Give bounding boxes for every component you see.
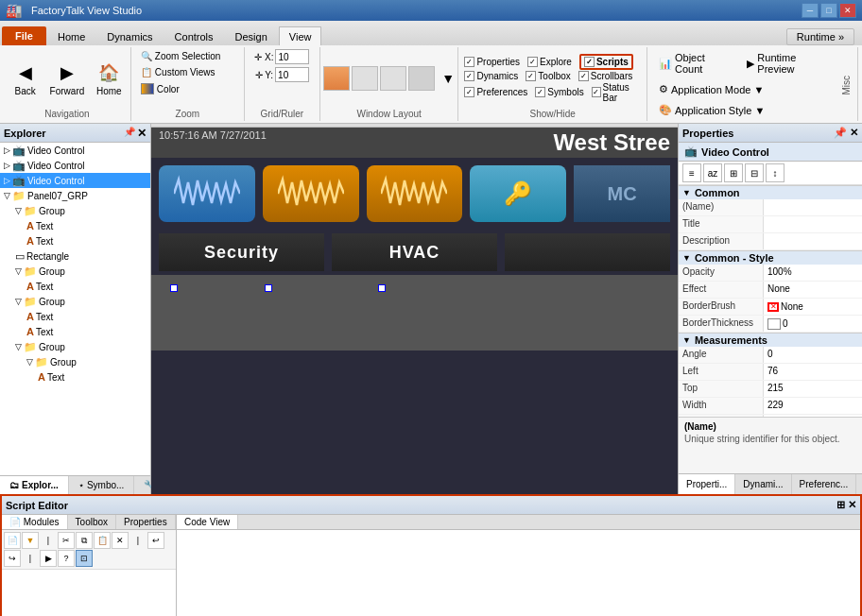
handle-2[interactable] bbox=[265, 284, 272, 292]
code-editor[interactable] bbox=[181, 534, 856, 616]
toolbox-checkbox[interactable]: Toolbox bbox=[526, 71, 570, 81]
tree-item[interactable]: A Text bbox=[0, 279, 150, 294]
borderbrush-prop-value[interactable]: ✕ None bbox=[764, 299, 862, 315]
tab-view[interactable]: View bbox=[279, 26, 322, 45]
script-new-btn[interactable]: 📄 bbox=[4, 532, 21, 549]
script-open-btn[interactable]: ▼ bbox=[22, 532, 39, 549]
script-run-btn[interactable]: ▶ bbox=[40, 550, 57, 567]
preferences-checkbox[interactable]: Preferences bbox=[464, 82, 527, 103]
symbols-checkbox[interactable]: Symbols bbox=[535, 82, 583, 103]
properties-script-tab[interactable]: Properties bbox=[116, 515, 176, 529]
modules-tab[interactable]: 📄 Modules bbox=[2, 515, 68, 529]
properties-cb[interactable] bbox=[464, 57, 474, 67]
effect-prop-value[interactable]: None bbox=[764, 282, 862, 298]
script-undo-btn[interactable]: ↩ bbox=[147, 532, 164, 549]
y-input[interactable] bbox=[275, 67, 309, 82]
color-button[interactable]: Color bbox=[137, 81, 183, 96]
code-area[interactable] bbox=[177, 530, 860, 616]
layout-btn1[interactable] bbox=[323, 66, 350, 91]
tab-file[interactable]: File bbox=[2, 26, 46, 45]
props-sort-category-btn[interactable]: ≡ bbox=[682, 163, 701, 182]
close-explorer-icon[interactable]: ✕ bbox=[137, 127, 147, 140]
layout-btn4[interactable] bbox=[408, 66, 435, 91]
scrollbars-checkbox[interactable]: Scrollbars bbox=[578, 71, 632, 81]
width-prop-value[interactable]: 229 bbox=[764, 398, 862, 414]
tree-item[interactable]: A Text bbox=[0, 324, 150, 339]
app-mode-button[interactable]: ⚙ Application Mode ▼ bbox=[653, 80, 769, 98]
app-style-button[interactable]: 🎨 Application Style ▼ bbox=[653, 101, 770, 119]
maximize-button[interactable]: □ bbox=[820, 3, 837, 18]
tree-item[interactable]: A Text bbox=[0, 309, 150, 324]
wave-button-orange2[interactable] bbox=[367, 165, 463, 222]
tree-item[interactable]: ▽ 📁 Group bbox=[0, 339, 150, 354]
code-view-tab[interactable]: Code View bbox=[177, 515, 238, 529]
runtime-preview-button[interactable]: ▶ Runtime Preview bbox=[741, 49, 837, 77]
props-btn3[interactable]: ⊞ bbox=[724, 163, 743, 182]
symbols-tab[interactable]: ⋆ Symbo... bbox=[69, 476, 134, 494]
tab-design[interactable]: Design bbox=[225, 26, 278, 45]
dynamics-cb[interactable] bbox=[464, 71, 474, 81]
wave-button-orange1[interactable] bbox=[263, 165, 359, 222]
extra-nav-btn[interactable] bbox=[505, 233, 670, 271]
borderthickness-value[interactable]: 0 bbox=[764, 316, 862, 332]
left-prop-value[interactable]: 76 bbox=[764, 364, 862, 380]
runtime-button[interactable]: Runtime » bbox=[786, 28, 854, 45]
mo-button[interactable]: MC bbox=[574, 165, 670, 222]
section-common-style[interactable]: ▼ Common - Style bbox=[679, 250, 862, 265]
preferences-cb[interactable] bbox=[464, 87, 474, 97]
tree-item[interactable]: A Text bbox=[0, 369, 150, 385]
tree-item[interactable]: ▽ 📁 Group bbox=[0, 264, 150, 279]
scripts-checkbox[interactable]: Scripts bbox=[579, 54, 633, 70]
tree-item[interactable]: ▭ Rectangle bbox=[0, 248, 150, 264]
security-button[interactable]: Security bbox=[159, 233, 324, 271]
x-input[interactable] bbox=[275, 49, 309, 64]
tree-item[interactable]: ▽ 📁 Group bbox=[0, 203, 150, 218]
script-redo-btn[interactable]: ↪ bbox=[4, 550, 21, 567]
title-prop-value[interactable] bbox=[764, 216, 862, 232]
wave-button-cyan[interactable]: 🔑 bbox=[470, 165, 566, 222]
tree-item[interactable]: ▷ 📺 Video Control bbox=[0, 143, 150, 158]
tree-item[interactable]: ▽ 📁 Group bbox=[0, 294, 150, 309]
name-prop-value[interactable] bbox=[764, 199, 862, 215]
explore-cb[interactable] bbox=[527, 57, 538, 67]
desc-prop-value[interactable] bbox=[764, 233, 862, 249]
tree-item-selected[interactable]: ▷ 📺 Video Control bbox=[0, 173, 150, 188]
section-common[interactable]: ▼ Common bbox=[679, 185, 862, 199]
close-button[interactable]: ✕ bbox=[839, 3, 856, 18]
tree-item[interactable]: ▽ 📁 Panel07_GRP bbox=[0, 188, 150, 203]
props-btn5[interactable]: ↕ bbox=[766, 163, 784, 182]
layout-btn2[interactable] bbox=[352, 66, 378, 91]
layout-btn3[interactable] bbox=[380, 66, 406, 91]
props-btn4[interactable]: ⊟ bbox=[745, 163, 764, 182]
tree-item[interactable]: A Text bbox=[0, 218, 150, 233]
script-delete-btn[interactable]: ✕ bbox=[112, 532, 129, 549]
pin-icon[interactable]: 📌 bbox=[124, 127, 135, 140]
explorer-tab[interactable]: 🗂 Explor... bbox=[0, 476, 69, 494]
hvac-button[interactable]: HVAC bbox=[332, 233, 497, 271]
tree-item[interactable]: A Text bbox=[0, 233, 150, 248]
tab-controls[interactable]: Controls bbox=[164, 26, 224, 45]
symbols-cb[interactable] bbox=[535, 87, 545, 97]
script-help-btn[interactable]: ? bbox=[58, 550, 75, 567]
toolbox-cb[interactable] bbox=[526, 71, 536, 81]
propertis-bottom-tab[interactable]: Properti... bbox=[679, 474, 735, 494]
close-props-icon[interactable]: ✕ bbox=[850, 127, 858, 138]
home-button[interactable]: 🏠 Home bbox=[91, 57, 127, 99]
script-cut-btn[interactable]: ✂ bbox=[58, 532, 75, 549]
section-measurements[interactable]: ▼ Measurements bbox=[679, 333, 862, 347]
top-prop-value[interactable]: 215 bbox=[764, 381, 862, 397]
zoom-selection-button[interactable]: 🔍 Zoom Selection bbox=[137, 49, 224, 63]
object-count-button[interactable]: 📊 Object Count bbox=[653, 49, 737, 77]
handle-1[interactable] bbox=[170, 284, 178, 292]
dynamics-bottom-tab[interactable]: Dynami... bbox=[735, 474, 791, 494]
script-select-btn[interactable]: ⊡ bbox=[76, 550, 93, 567]
tab-home[interactable]: Home bbox=[47, 26, 95, 45]
script-copy-btn[interactable]: ⧉ bbox=[76, 532, 93, 549]
script-float-icon[interactable]: ⊞ bbox=[836, 499, 845, 510]
tab-dynamics[interactable]: Dynamics bbox=[96, 26, 163, 45]
script-close-icon[interactable]: ✕ bbox=[848, 499, 856, 510]
wave-button-blue[interactable] bbox=[159, 165, 255, 222]
props-sort-alpha-btn[interactable]: az bbox=[703, 163, 722, 182]
layout-arrow[interactable]: ▼ bbox=[441, 71, 455, 86]
scrollbars-cb[interactable] bbox=[578, 71, 589, 81]
